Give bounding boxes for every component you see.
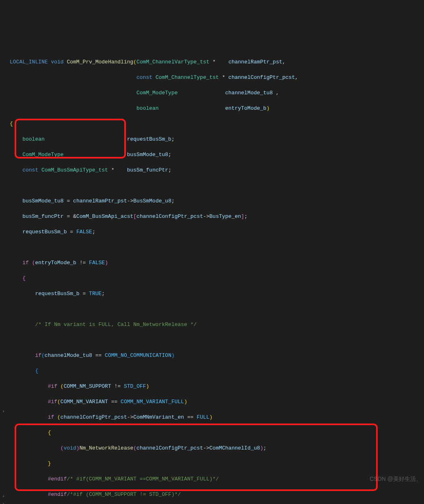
fold-arrow-icon[interactable]: › (2, 409, 5, 414)
watermark: CSDN @美好生活、 (370, 476, 422, 483)
code-editor[interactable]: › › › LOCAL_INLINE void ComM_Prv_ModeHan… (0, 24, 424, 504)
fold-arrow-icon[interactable]: › (2, 494, 5, 499)
code-content: LOCAL_INLINE void ComM_Prv_ModeHandling(… (10, 50, 424, 504)
gutter: › › › (1, 24, 7, 504)
fold-arrow-icon[interactable]: › (2, 502, 5, 504)
macro: LOCAL_INLINE (10, 59, 48, 65)
